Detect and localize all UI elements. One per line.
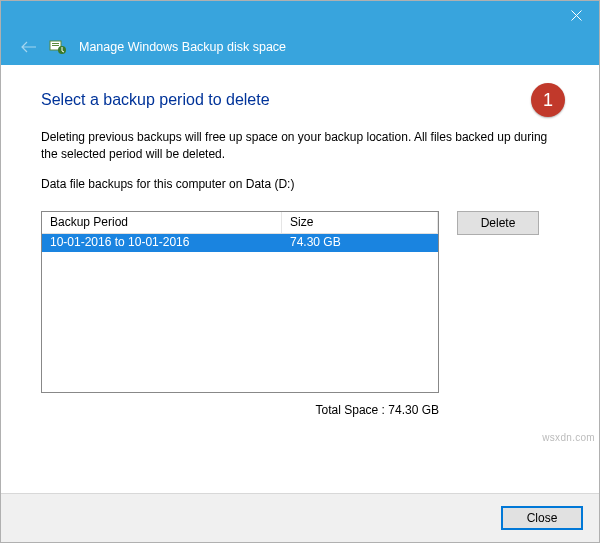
page-heading: Select a backup period to delete [41, 91, 559, 109]
backup-table: Backup Period Size 10-01-2016 to 10-01-2… [41, 211, 439, 393]
svg-rect-4 [52, 45, 59, 46]
cell-size: 74.30 GB [282, 234, 438, 252]
back-arrow-icon [21, 39, 37, 55]
table-row[interactable]: 10-01-2016 to 10-01-2016 74.30 GB [42, 234, 438, 252]
column-header-period[interactable]: Backup Period [42, 212, 282, 233]
table-header: Backup Period Size [42, 212, 438, 234]
column-header-size[interactable]: Size [282, 212, 438, 233]
delete-button[interactable]: Delete [457, 211, 539, 235]
window-close-button[interactable] [553, 1, 599, 29]
description-text: Deleting previous backups will free up s… [41, 129, 559, 163]
app-icon [49, 38, 67, 56]
titlebar: Manage Windows Backup disk space [1, 1, 599, 65]
titlebar-controls [1, 1, 599, 29]
close-button[interactable]: Close [501, 506, 583, 530]
titlebar-main: Manage Windows Backup disk space [1, 29, 599, 65]
content-area: 1 Select a backup period to delete Delet… [1, 65, 599, 493]
cell-period: 10-01-2016 to 10-01-2016 [42, 234, 282, 252]
close-icon [571, 10, 582, 21]
dialog-footer: Close [1, 494, 599, 542]
annotation-badge: 1 [531, 83, 565, 117]
svg-rect-3 [52, 43, 59, 44]
watermark-text: wsxdn.com [542, 432, 595, 443]
total-space-label: Total Space : 74.30 GB [41, 403, 439, 417]
table-area: Backup Period Size 10-01-2016 to 10-01-2… [41, 211, 559, 393]
dialog-window: Manage Windows Backup disk space 1 Selec… [0, 0, 600, 543]
window-title: Manage Windows Backup disk space [79, 40, 286, 54]
subdescription-text: Data file backups for this computer on D… [41, 177, 559, 191]
